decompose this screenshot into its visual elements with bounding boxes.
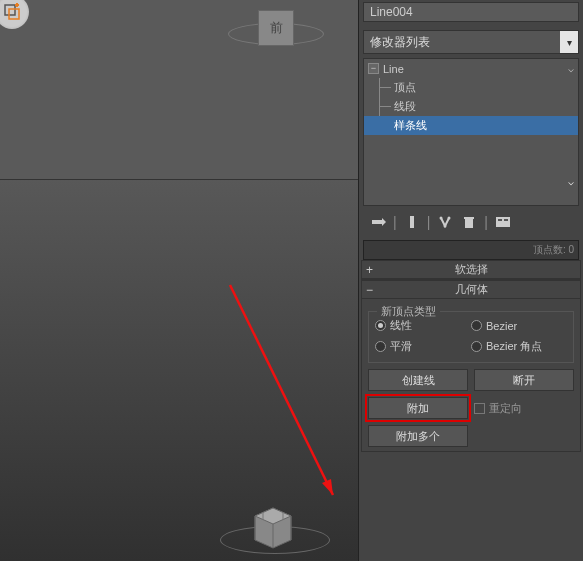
svg-rect-23 (504, 219, 508, 221)
rollout-header-geom[interactable]: − 几何体 (362, 281, 580, 299)
stack-subitem-spline[interactable]: 样条线 ⌵ (364, 116, 578, 135)
stack-item-label: 样条线 (394, 118, 427, 133)
viewport-object-cube[interactable] (245, 498, 301, 550)
show-end-result-icon[interactable] (403, 213, 421, 231)
radio-bezier[interactable]: Bezier (471, 318, 567, 333)
attach-multiple-button[interactable]: 附加多个 (368, 425, 468, 447)
stack-toolbar: | | | (363, 210, 579, 234)
minus-icon[interactable]: − (368, 63, 379, 74)
radio-bezier-corner[interactable]: Bezier 角点 (471, 339, 567, 354)
stack-collapse-icon[interactable]: ⌵ (568, 176, 574, 187)
modifier-list-label: 修改器列表 (364, 34, 430, 51)
rollout-title: 软选择 (455, 262, 488, 277)
viewport-bottom[interactable] (0, 180, 358, 561)
group-title: 新顶点类型 (377, 304, 440, 319)
svg-point-16 (440, 217, 443, 220)
vertex-count-display: 顶点数: 0 (363, 240, 579, 260)
svg-rect-19 (465, 219, 473, 228)
attach-button[interactable]: 附加 (368, 397, 468, 419)
modifier-stack[interactable]: ⌵ − Line 顶点 线段 样条线 ⌵ (363, 58, 579, 206)
remove-modifier-icon[interactable] (460, 213, 478, 231)
radio-smooth[interactable]: 平滑 (375, 339, 471, 354)
stack-subitem-segment[interactable]: 线段 (364, 97, 578, 116)
rollout-title: 几何体 (455, 282, 488, 297)
rollout-soft-selection: + 软选择 (361, 260, 581, 280)
viewport[interactable]: 前 (0, 0, 358, 561)
stack-subitem-vertex[interactable]: 顶点 (364, 78, 578, 97)
object-name-field[interactable]: Line004 (363, 2, 579, 22)
svg-point-17 (448, 217, 451, 220)
modifier-list-dropdown[interactable]: 修改器列表 ▾ (363, 30, 579, 54)
svg-point-18 (444, 225, 447, 228)
plus-icon: + (366, 263, 373, 277)
configure-sets-icon[interactable] (494, 213, 512, 231)
viewcube-front[interactable]: 前 (258, 10, 294, 46)
svg-marker-14 (382, 218, 386, 226)
minus-icon: − (366, 283, 373, 297)
stack-item-line[interactable]: − Line (364, 59, 578, 78)
reorient-checkbox[interactable] (474, 403, 485, 414)
pin-stack-icon[interactable] (369, 213, 387, 231)
command-panel: Line004 修改器列表 ▾ ⌵ − Line 顶点 线段 样条线 ⌵ | |… (358, 0, 583, 561)
new-vertex-type-group: 新顶点类型 线性 Bezier 平滑 Bezier 角点 (368, 311, 574, 363)
svg-rect-15 (410, 216, 414, 228)
svg-rect-0 (5, 5, 15, 15)
svg-rect-20 (464, 217, 474, 219)
svg-rect-21 (496, 217, 510, 227)
svg-rect-1 (9, 9, 19, 19)
make-unique-icon[interactable] (436, 213, 454, 231)
create-line-button[interactable]: 创建线 (368, 369, 468, 391)
chevron-down-icon[interactable]: ▾ (560, 31, 578, 53)
svg-rect-22 (498, 219, 502, 221)
rollout-header-soft[interactable]: + 软选择 (362, 261, 580, 279)
reorient-label: 重定向 (489, 401, 522, 416)
radio-linear[interactable]: 线性 (375, 318, 471, 333)
break-button[interactable]: 断开 (474, 369, 574, 391)
stack-item-label: Line (383, 63, 404, 75)
svg-rect-13 (372, 220, 382, 224)
rollout-geometry: − 几何体 新顶点类型 线性 Bezier 平滑 Bezier 角点 创建线 断… (361, 280, 581, 452)
